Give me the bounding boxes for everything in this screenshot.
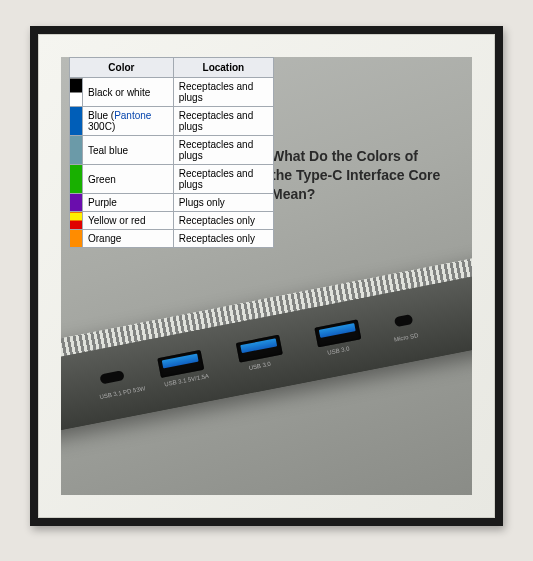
location-cell: Receptacles only xyxy=(173,212,273,230)
color-name-cell: Teal blue xyxy=(83,136,174,165)
color-name-cell: Purple xyxy=(83,194,174,212)
color-swatch xyxy=(70,136,83,165)
color-swatch xyxy=(70,230,83,248)
header-location: Location xyxy=(173,58,273,78)
color-name: Blue ( xyxy=(88,110,114,121)
color-name: Green xyxy=(88,174,116,185)
main-title: What Do the Colors of the Type-C Interfa… xyxy=(271,147,472,204)
color-name: Black or white xyxy=(88,87,150,98)
picture-frame: USB 3.1 PD 53W USB 3.1 5V/1.5A USB 3.0 U… xyxy=(30,26,503,526)
color-name: Yellow or red xyxy=(88,215,145,226)
color-name: Teal blue xyxy=(88,145,128,156)
table-row: Yellow or redReceptacles only xyxy=(70,212,274,230)
frame-mat: USB 3.1 PD 53W USB 3.1 5V/1.5A USB 3.0 U… xyxy=(38,34,495,518)
title-line-1: What Do the Colors of xyxy=(271,148,418,164)
location-cell: Receptacles and plugs xyxy=(173,165,273,194)
table-row: Black or whiteReceptacles and plugs xyxy=(70,78,274,107)
color-name-suffix: 300C) xyxy=(88,121,115,132)
pantone-link[interactable]: Pantone xyxy=(114,110,151,121)
color-name-cell: Green xyxy=(83,165,174,194)
color-name-cell: Black or white xyxy=(83,78,174,107)
usb-hub-device: USB 3.1 PD 53W USB 3.1 5V/1.5A USB 3.0 U… xyxy=(61,247,472,435)
location-cell: Receptacles and plugs xyxy=(173,78,273,107)
color-swatch xyxy=(70,78,83,107)
location-cell: Plugs only xyxy=(173,194,273,212)
title-line-2: the Type-C Interface Core Mean? xyxy=(271,167,440,202)
table-row: PurplePlugs only xyxy=(70,194,274,212)
color-swatch xyxy=(70,165,83,194)
color-swatch xyxy=(70,107,83,136)
location-cell: Receptacles and plugs xyxy=(173,107,273,136)
color-name: Orange xyxy=(88,233,121,244)
photo-area: USB 3.1 PD 53W USB 3.1 5V/1.5A USB 3.0 U… xyxy=(61,57,472,495)
table-row: Teal blueReceptacles and plugs xyxy=(70,136,274,165)
color-name-cell: Blue (Pantone 300C) xyxy=(83,107,174,136)
color-swatch xyxy=(70,212,83,230)
color-name-cell: Orange xyxy=(83,230,174,248)
location-cell: Receptacles only xyxy=(173,230,273,248)
color-code-table: Color Location Black or whiteReceptacles… xyxy=(69,57,274,248)
table-row: OrangeReceptacles only xyxy=(70,230,274,248)
location-cell: Receptacles and plugs xyxy=(173,136,273,165)
table-row: Blue (Pantone 300C)Receptacles and plugs xyxy=(70,107,274,136)
header-color: Color xyxy=(70,58,174,78)
table-row: GreenReceptacles and plugs xyxy=(70,165,274,194)
color-swatch xyxy=(70,194,83,212)
color-name: Purple xyxy=(88,197,117,208)
color-name-cell: Yellow or red xyxy=(83,212,174,230)
